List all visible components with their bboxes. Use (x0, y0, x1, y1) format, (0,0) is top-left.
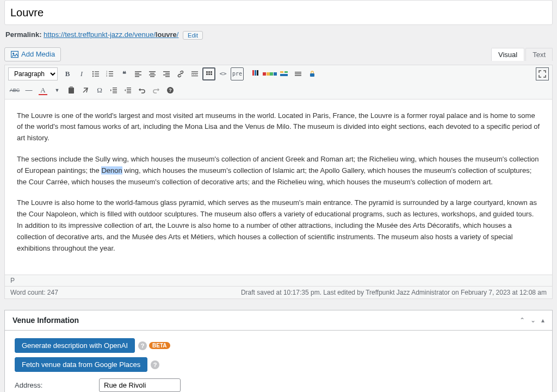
svg-rect-48 (113, 91, 117, 91)
text-tab[interactable]: Text (525, 48, 553, 61)
svg-rect-16 (135, 76, 139, 77)
text-color-button[interactable] (249, 67, 262, 80)
svg-point-5 (92, 75, 94, 76)
selected-text: Denon (101, 166, 122, 175)
element-path[interactable]: P (5, 275, 552, 286)
permalink-row: Permalink: https://test.treffpunkt-jazz.… (4, 28, 553, 47)
svg-rect-18 (150, 73, 154, 74)
svg-rect-21 (163, 71, 170, 72)
outdent-button[interactable] (107, 84, 120, 97)
clear-format-button[interactable] (79, 84, 92, 97)
svg-point-3 (92, 73, 94, 74)
format-select[interactable]: Paragraph (8, 67, 58, 80)
address-label: Address: (15, 381, 99, 389)
align-right-button[interactable] (160, 67, 173, 80)
svg-rect-13 (135, 71, 141, 72)
svg-rect-28 (206, 71, 208, 73)
svg-rect-44 (69, 88, 74, 94)
svg-rect-50 (127, 88, 131, 88)
svg-rect-29 (208, 71, 210, 73)
visual-tab[interactable]: Visual (491, 48, 524, 61)
svg-rect-52 (127, 91, 131, 91)
metabox-title: Venue Information (13, 316, 79, 325)
help-icon[interactable]: ? (138, 341, 147, 350)
toolbar-toggle-button[interactable] (202, 67, 215, 80)
title-container (4, 0, 553, 25)
number-list-button[interactable]: 123 (103, 67, 116, 80)
help-icon[interactable]: ? (151, 360, 159, 369)
svg-text:?: ? (169, 88, 172, 93)
help-button[interactable]: ? (164, 84, 177, 97)
svg-rect-15 (135, 74, 141, 76)
svg-rect-27 (191, 76, 198, 76)
word-count: Word count: 247 (10, 289, 58, 296)
align-center-button[interactable] (146, 67, 159, 80)
redo-button[interactable] (150, 84, 163, 97)
content-paragraph: The Louvre is also home to the world-fam… (17, 197, 540, 254)
link-button[interactable] (174, 67, 187, 80)
svg-rect-31 (206, 73, 208, 75)
svg-rect-42 (295, 75, 301, 76)
svg-rect-34 (252, 70, 254, 76)
post-title-input[interactable] (10, 2, 547, 23)
svg-rect-6 (95, 76, 99, 76)
add-media-button[interactable]: Add Media (4, 47, 61, 61)
svg-rect-24 (165, 76, 170, 77)
svg-rect-43 (310, 73, 314, 77)
color-picker-button[interactable] (263, 67, 276, 80)
svg-rect-36 (257, 70, 258, 76)
content-paragraph: The sections include the Sully wing, whi… (17, 154, 540, 188)
svg-rect-41 (295, 73, 301, 74)
dropdown-arrow-button[interactable]: ▼ (51, 84, 64, 97)
svg-rect-17 (149, 71, 156, 72)
svg-rect-53 (127, 92, 131, 93)
svg-rect-51 (127, 89, 131, 90)
paste-button[interactable] (65, 84, 78, 97)
blockquote-button[interactable]: ❝ (117, 67, 131, 80)
undo-button[interactable] (135, 84, 148, 97)
svg-point-0 (13, 52, 14, 54)
svg-rect-30 (211, 71, 212, 73)
svg-rect-20 (150, 76, 154, 77)
italic-button[interactable]: I (75, 67, 88, 80)
editor-content-area[interactable]: The Louvre is one of the world's largest… (5, 99, 552, 275)
lock-button[interactable] (306, 67, 319, 80)
venue-information-metabox: Venue Information ⌃ ⌄ ▴ Generate descrip… (4, 310, 553, 392)
svg-rect-49 (113, 92, 117, 93)
editor-footer: Word count: 247 Draft saved at 10:17:35 … (5, 286, 552, 298)
address-input[interactable] (99, 378, 181, 392)
svg-rect-46 (113, 88, 117, 88)
columns-button[interactable] (277, 67, 290, 80)
svg-rect-35 (255, 70, 256, 76)
move-down-icon[interactable]: ⌄ (530, 316, 536, 324)
fontcolor-button[interactable]: A (36, 84, 49, 97)
toggle-panel-icon[interactable]: ▴ (541, 316, 544, 324)
bold-button[interactable]: B (61, 67, 74, 80)
align-left-button[interactable] (132, 67, 145, 80)
editor-toolbar: Paragraph B I 123 ❝ <> pre (5, 65, 552, 99)
more-button[interactable] (188, 67, 201, 80)
editor-container: Paragraph B I 123 ❝ <> pre (4, 65, 553, 300)
indent-button[interactable] (121, 84, 134, 97)
svg-rect-38 (284, 71, 288, 73)
abc-strike-button[interactable]: ABC (8, 84, 21, 97)
save-status: Draft saved at 10:17:35 pm. Last edited … (241, 289, 547, 296)
layout-button[interactable] (292, 67, 305, 80)
move-up-icon[interactable]: ⌃ (519, 316, 525, 324)
preformatted-button[interactable]: pre (231, 67, 244, 80)
svg-rect-25 (191, 71, 198, 72)
fetch-google-places-button[interactable]: Fetch venue data from Google Places (15, 357, 147, 372)
svg-rect-10 (109, 73, 113, 74)
svg-rect-37 (280, 71, 283, 73)
edit-permalink-button[interactable]: Edit (183, 31, 203, 40)
hr-button[interactable]: — (22, 84, 35, 97)
media-icon (10, 50, 19, 59)
omega-button[interactable]: Ω (93, 84, 106, 97)
fullscreen-button[interactable] (536, 67, 549, 80)
bullet-list-button[interactable] (89, 67, 102, 80)
svg-text:3: 3 (106, 74, 108, 77)
beta-badge: BETA (149, 342, 170, 349)
permalink-link[interactable]: https://test.treffpunkt-jazz.de/venue/lo… (44, 30, 178, 39)
code-button[interactable]: <> (216, 67, 230, 80)
generate-description-button[interactable]: Generate description with OpenAI (15, 338, 135, 353)
